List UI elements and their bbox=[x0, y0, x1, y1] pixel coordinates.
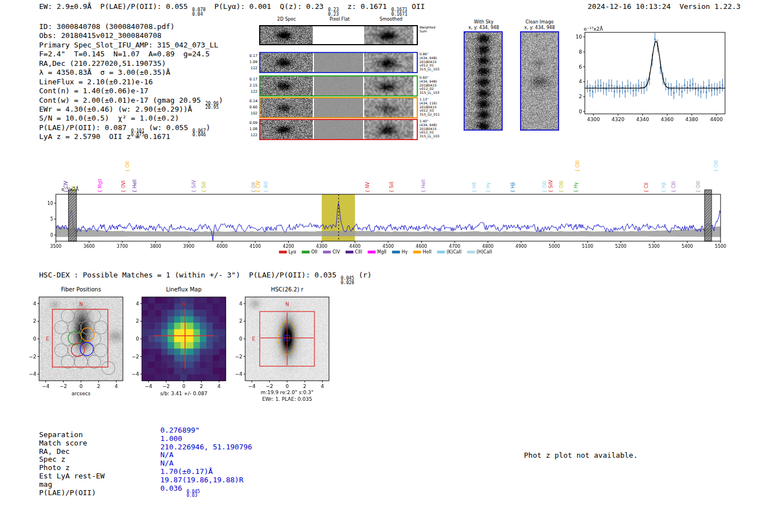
match-field-label: RA, Dec bbox=[39, 448, 160, 456]
spec2d-row-frame bbox=[259, 25, 418, 45]
fiber-annotation: 0.60"(434, 948)20180415v012_02315_LL_103 bbox=[419, 76, 440, 95]
fiber-annotation: 1.40"(434, 948)20180415v012_01315_LL_103 bbox=[419, 119, 440, 138]
full-spectrum-plot bbox=[31, 150, 732, 261]
stacked-uncertainty: 0.16710.1671 bbox=[391, 8, 407, 16]
match-table-row: Separation0.276899" bbox=[39, 431, 252, 439]
spec2d-row-frame bbox=[259, 119, 418, 140]
fiber-annotation: WeightedSum bbox=[419, 26, 435, 33]
info-line: S/N = 10.0(±0.5) χ² = 1.0(±0.2) bbox=[39, 114, 223, 123]
spec2d-cutout-image bbox=[260, 26, 313, 44]
clean-image-coords: x, y: 434, 948 bbox=[514, 25, 565, 30]
timestamp-version: 2024-12-16 10:13:24 Version 1.22.3 bbox=[588, 2, 741, 11]
spec2d-cutout-image bbox=[260, 76, 313, 95]
match-field-value: 210.226946, 51.190796 bbox=[160, 443, 252, 451]
spec2d-row-frame bbox=[259, 75, 418, 97]
info-line: Primary Spec_Slot_IFU_AMP: 315_042_073_L… bbox=[39, 41, 223, 50]
match-field-label: Est LyA rest-EW bbox=[39, 472, 160, 481]
report-version: Version 1.22.3 bbox=[679, 2, 741, 11]
spec2d-cutout-image bbox=[260, 98, 313, 117]
match-table-row: RA, Dec210.226946, 51.190796 bbox=[39, 448, 252, 456]
spec2d-fiber-row: 0.091.081221.40"(434, 948)20180415v012_0… bbox=[247, 119, 444, 140]
info-line: Cont(n) = 1.40(±0.06)e-17 bbox=[39, 87, 223, 95]
spec2d-cutout-section: 2D Spec Pixel Flat Smoothed WeightedSum0… bbox=[247, 17, 444, 146]
info-line: Cont(w) = 2.00(±0.01)e-17 (gmag 20.95 20… bbox=[39, 96, 223, 105]
match-table-row: P(LAE)/P(OII)0.036 0.0450.03 bbox=[39, 489, 252, 497]
clean-image-panel bbox=[520, 31, 559, 131]
line-fit-zoom-plot bbox=[561, 26, 729, 132]
smoothed-cutout-image bbox=[364, 26, 413, 44]
spec2d-cutout-image bbox=[260, 120, 313, 139]
stacked-uncertainty: 20.9620.95 bbox=[205, 102, 218, 110]
elixer-report-page: EW: 2.9±0.9Å P(LAE)/P(OII): 0.055 0.0780… bbox=[0, 0, 782, 532]
smoothed-cutout-image bbox=[364, 98, 413, 117]
with-sky-panel bbox=[464, 31, 503, 131]
hsc-image-plot bbox=[226, 294, 332, 391]
smoothed-cutout-image bbox=[364, 76, 413, 95]
stacked-uncertainty: 0.0450.028 bbox=[341, 276, 354, 285]
clean-image-title: Clean Image bbox=[514, 20, 565, 25]
info-line: Obs: 20180415v012_3000840708 bbox=[39, 31, 223, 40]
match-field-label: Separation bbox=[39, 431, 160, 439]
lineflux-map-plot bbox=[123, 294, 229, 391]
stacked-uncertainty: 0.0450.03 bbox=[187, 490, 200, 498]
info-line: F=2.4" T=0.145 N=1.07 A=0.89 g=24.5 bbox=[39, 50, 223, 59]
info-line: λ = 4350.83Å σ = 3.00(±0.35)Å bbox=[39, 68, 223, 77]
hsc-caption-morphology: m:19.9 re:2.0" s:0.3" bbox=[234, 390, 340, 395]
pixel-flat-image bbox=[314, 98, 363, 117]
pixel-flat-image bbox=[314, 120, 363, 139]
spec2d-col-header-pixelflat: Pixel Flat bbox=[330, 17, 350, 22]
match-field-label: P(LAE)/P(OII) bbox=[39, 489, 160, 497]
match-field-value: 0.036 0.0450.03 bbox=[160, 484, 200, 492]
info-line: P(LAE)/P(OII): 0.087 0.1010.075 (w: 0.05… bbox=[39, 123, 223, 132]
spec2d-row-frame bbox=[259, 52, 418, 73]
info-line: ID: 3000840708 (3000840708.pdf) bbox=[39, 22, 223, 31]
spec2d-weighted-row: WeightedSum bbox=[247, 25, 444, 45]
info-line: RA,Dec (210.227020,51.190735) bbox=[39, 59, 223, 68]
with-sky-cutout-image bbox=[465, 32, 502, 130]
smoothed-cutout-image bbox=[364, 53, 413, 72]
match-table-row: mag19.87(19.86,19.88)R bbox=[39, 481, 252, 489]
detection-info-block: ID: 3000840708 (3000840708.pdf)Obs: 2018… bbox=[39, 22, 223, 142]
stacked-uncertainty: 0.0780.04 bbox=[192, 8, 206, 16]
match-field-label: Photo z bbox=[39, 464, 160, 472]
fiber-annotation: 1.13"(434, 116)20180415v012_03315_LU_011 bbox=[419, 98, 440, 117]
hsc-dex-match-header: HSC-DEX : Possible Matches = 1 (within +… bbox=[39, 271, 371, 285]
info-line: LineFlux = 2.10(±0.21)e-16 bbox=[39, 78, 223, 87]
match-field-value: N/A bbox=[160, 459, 173, 467]
match-field-label: Match score bbox=[39, 439, 160, 448]
fiber-weight-labels: 0.171.09122 bbox=[247, 53, 258, 71]
fiber-weight-labels: 0.091.08122 bbox=[247, 120, 258, 138]
fiber-weight-labels: 0.140.60102 bbox=[247, 98, 258, 117]
lineflux-caption: s/b: 3.41 +/- 0.087 bbox=[131, 391, 237, 396]
fiber-annotation: 0.86"(434, 948)20180415v012_01315_LL_103 bbox=[419, 52, 440, 71]
report-timestamp: 2024-12-16 10:13:24 bbox=[588, 2, 671, 11]
with-sky-title: With Sky bbox=[458, 20, 509, 25]
pixel-flat-image bbox=[314, 26, 363, 44]
match-field-value: N/A bbox=[160, 450, 173, 459]
info-line: EWr = 4.30(±0.46) (w: 2.90(±0.29))Å bbox=[39, 105, 223, 114]
lineflux-map-title: Lineflux Map bbox=[131, 286, 237, 293]
match-field-value: 1.000 bbox=[160, 434, 182, 443]
spec2d-fiber-row: 0.171.091220.86"(434, 948)20180415v012_0… bbox=[247, 52, 444, 73]
hsc-caption-plae: EWr: 1. PLAE: 0.035 bbox=[234, 396, 340, 402]
match-table-row: Spec zN/A bbox=[39, 456, 252, 464]
spec2d-col-header-2dspec: 2D Spec bbox=[277, 17, 295, 22]
match-field-label: Spec z bbox=[39, 456, 160, 464]
match-field-label: mag bbox=[39, 481, 160, 489]
smoothed-cutout-image bbox=[364, 120, 413, 139]
summary-header: EW: 2.9±0.9Å P(LAE)/P(OII): 0.055 0.0780… bbox=[39, 2, 425, 16]
catalog-match-table: Separation0.276899"Match score1.000RA, D… bbox=[39, 431, 252, 497]
spec2d-cutout-image bbox=[260, 53, 313, 72]
phot-z-note: Phot z plot not available. bbox=[524, 451, 638, 459]
fiber-positions-plot bbox=[20, 294, 126, 391]
pixel-flat-image bbox=[314, 76, 363, 95]
fiber-xlabel: arcsecs bbox=[28, 391, 134, 396]
match-field-value: 1.70(±0.17)Å bbox=[160, 467, 213, 476]
spec2d-fiber-row: 0.172.151220.60"(434, 948)20180415v012_0… bbox=[247, 75, 444, 97]
spec2d-fiber-row: 0.140.601021.13"(434, 116)20180415v012_0… bbox=[247, 97, 444, 118]
pixel-flat-image bbox=[314, 53, 363, 72]
clean-cutout-image bbox=[521, 32, 558, 130]
spec2d-col-header-smoothed: Smoothed bbox=[380, 17, 403, 22]
hsc-image-title: HSC(26.2) r bbox=[234, 286, 340, 293]
spec2d-row-frame bbox=[259, 97, 418, 118]
